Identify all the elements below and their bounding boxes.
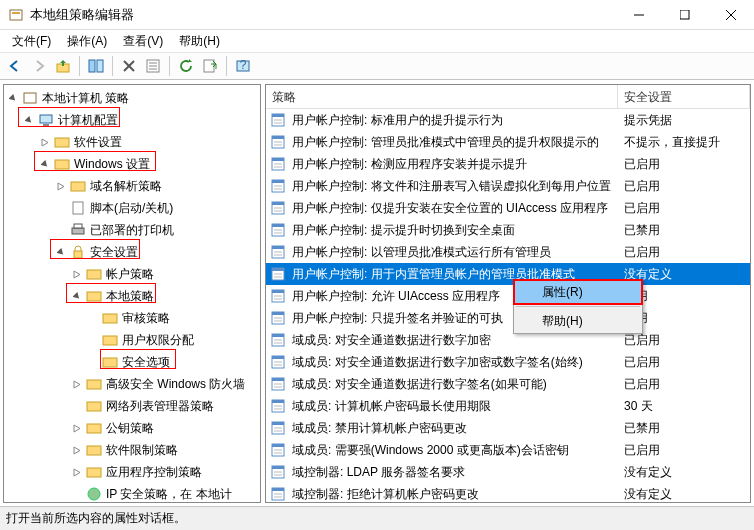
context-menu-properties[interactable]: 属性(R) [514, 280, 642, 304]
export-button[interactable] [199, 55, 221, 77]
list-row[interactable]: 用户帐户控制: 允许 UIAccess 应用程序禁用 [266, 285, 750, 307]
list-row[interactable]: 域成员: 禁用计算机帐户密码更改已禁用 [266, 417, 750, 439]
up-button[interactable] [52, 55, 74, 77]
policy-item-icon [270, 420, 286, 436]
tree-network-list-manager[interactable]: 网络列表管理器策略 [4, 395, 260, 417]
tree-root[interactable]: 本地计算机 策略 [4, 87, 260, 109]
collapse-icon[interactable] [70, 289, 84, 303]
tree-security-settings[interactable]: 安全设置 [4, 241, 260, 263]
list-row[interactable]: 域成员: 对安全通道数据进行数字签名(如果可能)已启用 [266, 373, 750, 395]
expand-icon[interactable] [70, 377, 84, 391]
tree-audit-policy[interactable]: 审核策略 [4, 307, 260, 329]
collapse-icon[interactable] [6, 91, 20, 105]
main-area: 本地计算机 策略 计算机配置 软件设置 Windows 设置 [0, 80, 754, 506]
folder-icon [54, 134, 70, 150]
back-button[interactable] [4, 55, 26, 77]
expand-icon[interactable] [38, 135, 52, 149]
policy-name: 域成员: 禁用计算机帐户密码更改 [292, 420, 467, 437]
forward-button[interactable] [28, 55, 50, 77]
list-row[interactable]: 域成员: 需要强(Windows 2000 或更高版本)会话密钥已启用 [266, 439, 750, 461]
context-menu: 属性(R) 帮助(H) [513, 279, 643, 334]
refresh-button[interactable] [175, 55, 197, 77]
toolbar: ? [0, 52, 754, 80]
menu-view[interactable]: 查看(V) [115, 31, 171, 52]
expand-icon[interactable] [70, 267, 84, 281]
list-row[interactable]: 用户帐户控制: 管理员批准模式中管理员的提升权限提示的不提示，直接提升 [266, 131, 750, 153]
menu-action[interactable]: 操作(A) [59, 31, 115, 52]
list-row[interactable]: 域成员: 对安全通道数据进行数字加密已启用 [266, 329, 750, 351]
expand-icon[interactable] [70, 443, 84, 457]
close-button[interactable] [708, 0, 754, 29]
svg-rect-29 [87, 292, 101, 301]
svg-rect-73 [272, 290, 284, 293]
svg-rect-7 [89, 60, 95, 72]
tree-app-control[interactable]: 应用程序控制策略 [4, 461, 260, 483]
context-menu-help[interactable]: 帮助(H) [514, 309, 642, 333]
list-row[interactable]: 用户帐户控制: 标准用户的提升提示行为提示凭据 [266, 109, 750, 131]
tree-label: 软件限制策略 [106, 442, 178, 459]
menu-help[interactable]: 帮助(H) [171, 31, 228, 52]
policy-value: 已启用 [618, 376, 750, 393]
tree-deployed-printers[interactable]: 已部署的打印机 [4, 219, 260, 241]
tree-account-policy[interactable]: 帐户策略 [4, 263, 260, 285]
column-policy[interactable]: 策略 [266, 85, 618, 108]
svg-point-38 [88, 488, 100, 500]
tree-user-rights[interactable]: 用户权限分配 [4, 329, 260, 351]
list-row[interactable]: 用户帐户控制: 检测应用程序安装并提示提升已启用 [266, 153, 750, 175]
tree-dns-policy[interactable]: 域名解析策略 [4, 175, 260, 197]
tree-public-key-policy[interactable]: 公钥策略 [4, 417, 260, 439]
svg-rect-15 [204, 60, 214, 72]
show-hide-tree-button[interactable] [85, 55, 107, 77]
minimize-button[interactable] [616, 0, 662, 29]
collapse-icon[interactable] [22, 113, 36, 127]
tree-local-policy[interactable]: 本地策略 [4, 285, 260, 307]
tree-security-options[interactable]: 安全选项 [4, 351, 260, 373]
policy-item-icon [270, 244, 286, 260]
properties-button[interactable] [142, 55, 164, 77]
svg-rect-27 [74, 251, 82, 258]
list-row[interactable]: 用户帐户控制: 以管理员批准模式运行所有管理员已启用 [266, 241, 750, 263]
svg-rect-37 [87, 468, 101, 477]
folder-icon [102, 332, 118, 348]
collapse-icon[interactable] [54, 245, 68, 259]
policy-value: 已禁用 [618, 420, 750, 437]
tree-advanced-windows-firewall[interactable]: 高级安全 Windows 防火墙 [4, 373, 260, 395]
list-row[interactable]: 用户帐户控制: 仅提升安装在安全位置的 UIAccess 应用程序已启用 [266, 197, 750, 219]
list-row[interactable]: 用户帐户控制: 将文件和注册表写入错误虚拟化到每用户位置已启用 [266, 175, 750, 197]
list-row[interactable]: 域控制器: LDAP 服务器签名要求没有定义 [266, 461, 750, 483]
list-rows[interactable]: 用户帐户控制: 标准用户的提升提示行为提示凭据用户帐户控制: 管理员批准模式中管… [266, 109, 750, 502]
policy-item-icon [270, 222, 286, 238]
delete-button[interactable] [118, 55, 140, 77]
list-row[interactable]: 用户帐户控制: 提示提升时切换到安全桌面已禁用 [266, 219, 750, 241]
policy-item-icon [270, 332, 286, 348]
policy-item-icon [270, 178, 286, 194]
policy-item-icon [270, 266, 286, 282]
menu-file[interactable]: 文件(F) [4, 31, 59, 52]
tree-pane[interactable]: 本地计算机 策略 计算机配置 软件设置 Windows 设置 [3, 84, 261, 503]
tree-startup-scripts[interactable]: 脚本(启动/关机) [4, 197, 260, 219]
policy-item-icon [270, 398, 286, 414]
tree-software-settings[interactable]: 软件设置 [4, 131, 260, 153]
expand-icon[interactable] [70, 421, 84, 435]
list-row[interactable]: 域控制器: 拒绝计算机帐户密码更改没有定义 [266, 483, 750, 502]
help-button[interactable]: ? [232, 55, 254, 77]
collapse-icon[interactable] [38, 157, 52, 171]
folder-icon [86, 420, 102, 436]
policy-value: 30 天 [618, 398, 750, 415]
maximize-button[interactable] [662, 0, 708, 29]
svg-rect-36 [87, 446, 101, 455]
list-header[interactable]: 策略 安全设置 [266, 85, 750, 109]
list-row[interactable]: 域成员: 计算机帐户密码最长使用期限30 天 [266, 395, 750, 417]
policy-value: 已启用 [618, 156, 750, 173]
tree-computer-config[interactable]: 计算机配置 [4, 109, 260, 131]
tree-ip-security[interactable]: IP 安全策略，在 本地计 [4, 483, 260, 503]
expand-icon[interactable] [70, 465, 84, 479]
list-row[interactable]: 用户帐户控制: 只提升签名并验证的可执禁用 [266, 307, 750, 329]
list-row[interactable]: 域成员: 对安全通道数据进行数字加密或数字签名(始终)已启用 [266, 351, 750, 373]
list-row[interactable]: 用户帐户控制: 用于内置管理员帐户的管理员批准模式没有定义 [266, 263, 750, 285]
column-security-setting[interactable]: 安全设置 [618, 85, 750, 108]
svg-rect-31 [103, 336, 117, 345]
tree-windows-settings[interactable]: Windows 设置 [4, 153, 260, 175]
tree-software-restriction[interactable]: 软件限制策略 [4, 439, 260, 461]
expand-icon[interactable] [54, 179, 68, 193]
